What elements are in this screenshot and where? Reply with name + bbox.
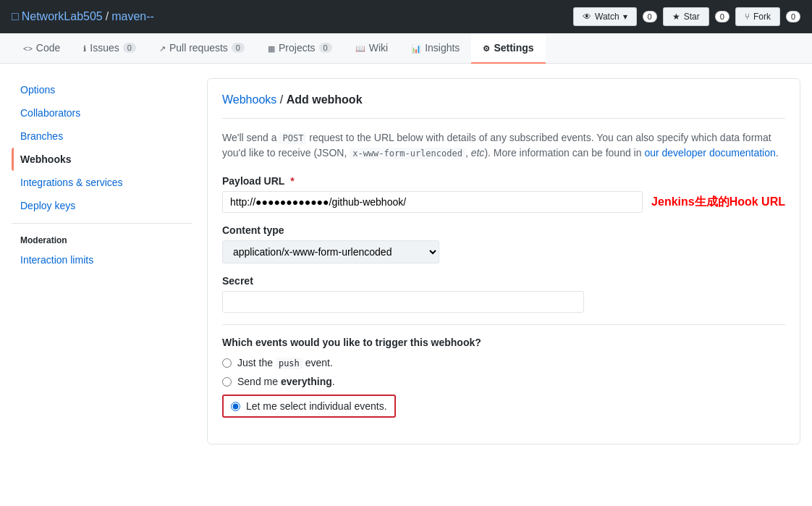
events-title: Which events would you like to trigger t… [222,337,785,348]
secret-group: Secret [222,275,785,313]
issues-icon [83,42,86,54]
content-type-group: Content type application/x-www-form-urle… [222,224,785,263]
repo-icon: □ [12,10,19,23]
breadcrumb-current: Add webhook [287,93,363,106]
breadcrumb: Webhooks / Add webhook [222,93,785,106]
star-label: Star [684,12,700,22]
eye-icon [583,12,591,22]
tab-issues[interactable]: Issues 0 [72,33,148,64]
pr-icon [159,42,166,54]
insights-icon [411,42,421,54]
tab-insights-label: Insights [425,42,460,54]
events-group: Which events would you like to trigger t… [222,337,785,418]
header: □ NetworkLab505 / maven-- Watch ▾ 0 Star… [0,0,812,33]
branches-link[interactable]: Branches [20,130,184,142]
repo-owner-link[interactable]: NetworkLab505 [22,10,103,23]
fork-count: 0 [786,11,800,22]
webhooks-label: Webhooks [20,153,72,165]
radio-everything-label: Send me everything. [237,376,335,387]
projects-icon [268,42,275,54]
tab-issues-label: Issues [90,42,119,54]
main-content: Webhooks / Add webhook We'll send a POST… [207,78,800,456]
radio-push-item[interactable]: Just the push event. [222,357,785,368]
tab-code-label: Code [36,42,60,54]
tab-projects[interactable]: Projects 0 [256,33,344,64]
page-container: Options Collaborators Branches Webhooks … [0,64,812,471]
secret-label: Secret [222,275,785,287]
radio-push-input[interactable] [222,358,232,368]
sidebar: Options Collaborators Branches Webhooks … [12,78,193,456]
tab-wiki[interactable]: Wiki [344,33,399,64]
tab-wiki-label: Wiki [369,42,388,54]
radio-push-label: Just the push event. [237,357,333,368]
sidebar-item-webhooks[interactable]: Webhooks [12,148,193,171]
tab-code[interactable]: Code [12,33,72,64]
pr-badge: 0 [232,43,245,53]
breadcrumb-parent-link[interactable]: Webhooks [222,93,276,106]
star-count: 0 [715,11,729,22]
nav-tabs: Code Issues 0 Pull requests 0 Projects 0… [0,33,812,64]
breadcrumb-separator: / [280,93,287,106]
developer-docs-link[interactable]: our developer documentation [644,147,775,159]
sidebar-item-interaction-limits[interactable]: Interaction limits [12,248,193,271]
tab-settings-label: Settings [494,42,533,54]
events-radio-group: Just the push event. Send me everything.… [222,357,785,418]
payload-url-group: Payload URL * Jenkins生成的Hook URL [222,175,785,213]
divider-2 [222,324,785,325]
content-type-select[interactable]: application/x-www-form-urlencoded applic… [222,240,439,263]
fork-button[interactable]: Fork [735,7,780,26]
issues-badge: 0 [123,43,136,53]
sidebar-item-collaborators[interactable]: Collaborators [12,101,193,125]
watch-label: Watch [595,12,619,22]
radio-everything-item[interactable]: Send me everything. [222,376,785,387]
repo-separator: / [106,10,109,23]
sidebar-item-deploy-keys[interactable]: Deploy keys [12,194,193,217]
tab-settings[interactable]: Settings [471,33,545,64]
tab-insights[interactable]: Insights [399,33,471,64]
code-icon [23,42,33,54]
jenkins-label: Jenkins生成的Hook URL [651,195,785,210]
repo-name-link[interactable]: maven-- [111,10,154,23]
tab-pull-requests[interactable]: Pull requests 0 [148,33,256,64]
payload-url-row: Jenkins生成的Hook URL [222,191,785,213]
code-form-urlencoded: x-www-form-urlencoded [350,148,465,159]
watch-dropdown-icon: ▾ [623,12,627,22]
content-type-label: Content type [222,224,785,236]
sidebar-item-options[interactable]: Options [12,78,193,101]
options-link[interactable]: Options [20,84,184,96]
watch-count: 0 [643,11,657,22]
tab-pr-label: Pull requests [169,42,228,54]
repo-title: □ NetworkLab505 / maven-- [12,10,154,23]
radio-select-box[interactable]: Let me select individual events. [222,395,396,418]
settings-icon [483,42,490,54]
secret-input[interactable] [222,291,584,313]
integrations-link[interactable]: Integrations & services [20,177,184,188]
moderation-section-header: Moderation [12,223,193,248]
collaborators-link[interactable]: Collaborators [20,107,184,119]
fork-icon [745,12,750,22]
radio-select-label: Let me select individual events. [246,400,387,412]
header-actions: Watch ▾ 0 Star 0 Fork 0 [573,7,800,26]
payload-url-label: Payload URL * [222,175,785,187]
tab-projects-label: Projects [279,42,316,54]
deploy-keys-link[interactable]: Deploy keys [20,200,184,211]
payload-url-input[interactable] [222,191,643,213]
star-icon [672,12,680,22]
radio-everything-input[interactable] [222,377,232,387]
fork-label: Fork [753,12,771,22]
required-marker: * [287,175,294,187]
radio-select-input[interactable] [231,402,240,411]
interaction-limits-link[interactable]: Interaction limits [20,254,184,266]
header-left: □ NetworkLab505 / maven-- [12,10,154,23]
sidebar-item-integrations[interactable]: Integrations & services [12,171,193,194]
projects-badge: 0 [319,43,332,53]
divider-1 [222,118,785,119]
sidebar-item-branches[interactable]: Branches [12,125,193,148]
star-button[interactable]: Star [663,7,709,26]
wiki-icon [355,42,365,54]
webhook-description: We'll send a POST request to the URL bel… [222,130,785,161]
watch-button[interactable]: Watch ▾ [573,7,637,26]
webhook-card: Webhooks / Add webhook We'll send a POST… [207,78,800,444]
